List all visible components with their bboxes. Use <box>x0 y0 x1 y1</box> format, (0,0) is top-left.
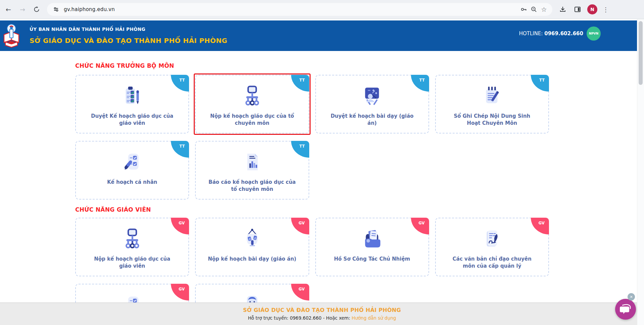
page-top-strip <box>0 19 644 20</box>
card-nop-ke-hoach-to-chuyen-mon[interactable]: Nộp kế hoạch giáo dục của tổ chuyên môn … <box>195 75 309 133</box>
card-label: Nộp kế hoạch giáo dục của tổ chuyên môn <box>207 113 297 127</box>
card-body: Kế hoạch cá nhân <box>76 142 188 199</box>
card-bao-cao-ke-hoach-to-chuyen-mon[interactable]: Báo cáo kế hoạch giáo dục của tổ chuyên … <box>195 141 309 200</box>
page: ← → gv.haiphong.edu.vn ☆ <box>0 0 644 325</box>
report-chart-icon <box>241 151 263 173</box>
back-icon[interactable]: ← <box>3 4 14 15</box>
presentation-board-icon <box>361 85 383 107</box>
menu-kebab-icon[interactable]: ⋮ <box>602 6 612 13</box>
tune-glyph <box>53 7 59 12</box>
footer-support-line: Hỗ trợ trực tuyến: 0969.602.660 - Hoặc x… <box>0 315 644 321</box>
org-chart-icon <box>240 85 264 107</box>
notepad-pen-icon <box>481 85 503 107</box>
card-body: Duyệt kế hoạch bài dạy (giáo án) <box>316 75 428 133</box>
card-body: Sổ Ghi Chép Nội Dung Sinh Hoạt Chuyên Mô… <box>436 75 548 133</box>
download-icon[interactable] <box>558 4 568 14</box>
org-chart-icon <box>121 228 144 250</box>
card-body: Báo cáo kế hoạch giáo dục của tổ chuyên … <box>196 142 308 199</box>
header-dept-line: SỞ GIÁO DỤC VÀ ĐÀO TẠO THÀNH PHỐ HẢI PHÒ… <box>30 37 227 45</box>
card-ho-so-cong-tac-chu-nhiem[interactable]: Hồ Sơ Công Tác Chủ Nhiệm GV <box>315 218 429 276</box>
user-badge[interactable]: NPVN <box>587 26 601 41</box>
forward-icon[interactable]: → <box>17 4 28 15</box>
card-body: Hồ Sơ Công Tác Chủ Nhiệm <box>316 218 428 276</box>
icon-zone <box>76 227 188 251</box>
department-logo <box>3 23 20 48</box>
password-key-icon[interactable] <box>519 4 529 14</box>
card-label: Duyệt kế hoạch bài dạy (giáo án) <box>327 113 417 127</box>
pen-checklist-icon <box>121 151 143 173</box>
card-label: Duyệt Kế hoạch giáo dục của giáo viên <box>87 113 177 127</box>
section-title-truong-bo-mon: CHỨC NĂNG TRƯỞNG BỘ MÔN <box>75 62 549 69</box>
profile-avatar[interactable]: N <box>587 4 597 14</box>
card-body: Nộp kế hoạch giáo dục của tổ chuyên môn <box>196 75 308 133</box>
briefcase-docs-icon <box>361 228 383 250</box>
page-scrollbar[interactable] <box>637 19 644 325</box>
browser-toolbar: ← → gv.haiphong.edu.vn ☆ <box>0 0 644 19</box>
card-ke-hoach-ca-nhan[interactable]: Kế hoạch cá nhân TT <box>75 141 189 200</box>
site-header: ỦY BAN NHÂN DÂN THÀNH PHỐ HẢI PHÒNG SỞ G… <box>0 20 637 51</box>
hotline-number: 0969.602.660 <box>544 31 583 37</box>
chat-widget-button[interactable] <box>615 299 636 320</box>
icon-zone <box>196 150 308 174</box>
url-text[interactable]: gv.haiphong.edu.vn <box>64 6 115 12</box>
card-van-ban-chi-dao-chuyen-mon[interactable]: Các văn bản chỉ đạo chuyên môn của cấp q… <box>435 218 549 276</box>
hotline-label: HOTLINE: <box>519 31 545 37</box>
card-label: Sổ Ghi Chép Nội Dung Sinh Hoạt Chuyên Mô… <box>447 113 537 127</box>
icon-zone <box>436 84 548 108</box>
page-footer: SỞ GIÁO DỤC VÀ ĐÀO TẠO THÀNH PHỐ HẢI PHÒ… <box>0 303 644 325</box>
icon-zone <box>316 84 428 108</box>
bookmark-star-icon[interactable]: ☆ <box>539 4 549 14</box>
hotline: HOTLINE: 0969.602.660 <box>519 31 583 37</box>
card-label: Kế hoạch cá nhân <box>87 179 177 186</box>
address-bar[interactable]: gv.haiphong.edu.vn ☆ <box>47 3 552 16</box>
card-label: Báo cáo kế hoạch giáo dục của tổ chuyên … <box>207 179 297 193</box>
main-content: CHỨC NĂNG TRƯỞNG BỘ MÔN <box>75 51 549 325</box>
zoom-out-icon[interactable] <box>529 4 539 14</box>
icon-zone <box>76 150 188 174</box>
side-panel-icon[interactable] <box>572 4 583 14</box>
card-so-ghi-chep-sinh-hoat[interactable]: Sổ Ghi Chép Nội Dung Sinh Hoạt Chuyên Mô… <box>435 75 549 133</box>
reload-glyph <box>34 6 40 12</box>
scrollbar-thumb[interactable] <box>639 21 643 85</box>
card-body: Các văn bản chỉ đạo chuyên môn của cấp q… <box>436 218 548 276</box>
document-quill-icon <box>481 228 503 250</box>
card-body: Nộp kế hoạch giáo dục của giáo viên <box>76 218 188 276</box>
toolbar-actions: N ⋮ <box>558 4 612 14</box>
footer-guide-link[interactable]: Hướng dẫn sử dụng <box>352 315 396 321</box>
icon-zone <box>316 227 428 251</box>
card-label: Nộp kế hoạch bài dạy (giáo án) <box>207 256 297 263</box>
section-title-giao-vien: CHỨC NĂNG GIÁO VIÊN <box>75 206 549 213</box>
icon-zone <box>76 84 188 108</box>
card-body: Duyệt Kế hoạch giáo dục của giáo viên <box>76 75 188 133</box>
icon-zone <box>196 84 308 108</box>
footer-support-text: Hỗ trợ trực tuyến: 0969.602.660 - Hoặc x… <box>248 315 352 321</box>
chat-bubbles-icon <box>620 304 631 315</box>
icon-zone: đ đ <box>196 227 308 251</box>
hanging-scale-icon: đ đ <box>241 228 263 250</box>
card-nop-ke-hoach-giao-duc-giao-vien[interactable]: Nộp kế hoạch giáo dục của giáo viên GV <box>75 218 189 276</box>
card-grid-truong-bo-mon: Duyệt Kế hoạch giáo dục của giáo viên TT <box>75 75 549 200</box>
site-settings-icon[interactable] <box>52 5 60 14</box>
card-label: Hồ Sơ Công Tác Chủ Nhiệm <box>327 256 417 263</box>
header-org-line: ỦY BAN NHÂN DÂN THÀNH PHỐ HẢI PHÒNG <box>30 26 145 32</box>
card-duyet-ke-hoach-bai-day[interactable]: Duyệt kế hoạch bài dạy (giáo án) TT <box>315 75 429 133</box>
icon-zone <box>436 227 548 251</box>
clipboard-checklist-icon <box>121 85 143 107</box>
card-body: đ đ Nộp kế hoạch bài dạy (giáo án) <box>196 218 308 276</box>
card-nop-ke-hoach-bai-day[interactable]: đ đ Nộp kế hoạch bài dạy (giáo án) GV <box>195 218 309 276</box>
reload-icon[interactable] <box>31 4 42 15</box>
card-duyet-ke-hoach-giao-duc-giao-vien[interactable]: Duyệt Kế hoạch giáo dục của giáo viên TT <box>75 75 189 133</box>
card-label: Các văn bản chỉ đạo chuyên môn của cấp q… <box>447 256 537 270</box>
footer-title: SỞ GIÁO DỤC VÀ ĐÀO TẠO THÀNH PHỐ HẢI PHÒ… <box>0 307 644 313</box>
card-label: Nộp kế hoạch giáo dục của giáo viên <box>87 256 177 270</box>
chat-close-icon[interactable]: ✕ <box>628 293 635 301</box>
